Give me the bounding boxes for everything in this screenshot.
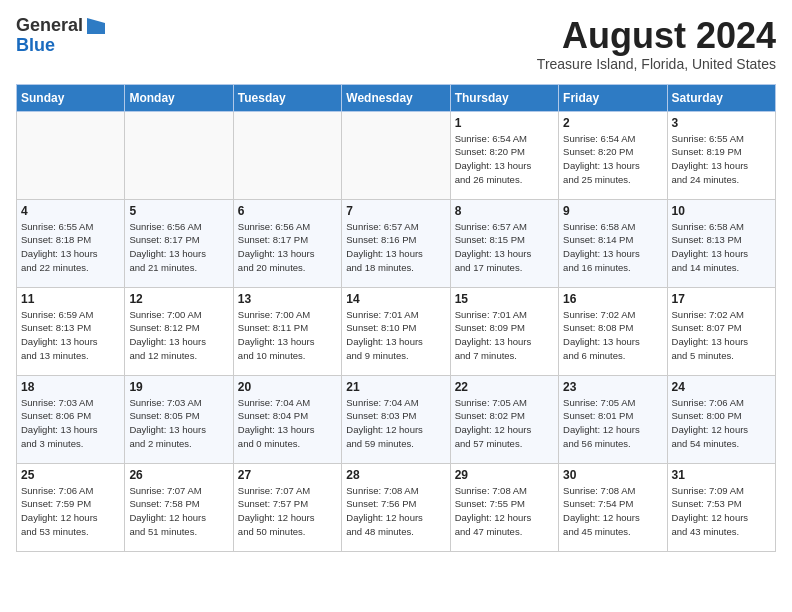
calendar-week-2: 4Sunrise: 6:55 AM Sunset: 8:18 PM Daylig… (17, 199, 776, 287)
calendar-cell: 23Sunrise: 7:05 AM Sunset: 8:01 PM Dayli… (559, 375, 667, 463)
day-info: Sunrise: 7:01 AM Sunset: 8:09 PM Dayligh… (455, 308, 554, 363)
calendar-week-5: 25Sunrise: 7:06 AM Sunset: 7:59 PM Dayli… (17, 463, 776, 551)
day-number: 22 (455, 380, 554, 394)
calendar-cell: 25Sunrise: 7:06 AM Sunset: 7:59 PM Dayli… (17, 463, 125, 551)
day-number: 24 (672, 380, 771, 394)
calendar: SundayMondayTuesdayWednesdayThursdayFrid… (16, 84, 776, 552)
calendar-cell: 9Sunrise: 6:58 AM Sunset: 8:14 PM Daylig… (559, 199, 667, 287)
calendar-cell: 27Sunrise: 7:07 AM Sunset: 7:57 PM Dayli… (233, 463, 341, 551)
logo-general: General (16, 15, 83, 35)
day-number: 26 (129, 468, 228, 482)
calendar-cell: 18Sunrise: 7:03 AM Sunset: 8:06 PM Dayli… (17, 375, 125, 463)
calendar-cell: 6Sunrise: 6:56 AM Sunset: 8:17 PM Daylig… (233, 199, 341, 287)
day-number: 7 (346, 204, 445, 218)
calendar-cell (125, 111, 233, 199)
day-number: 17 (672, 292, 771, 306)
logo: General Blue (16, 16, 105, 56)
calendar-cell: 7Sunrise: 6:57 AM Sunset: 8:16 PM Daylig… (342, 199, 450, 287)
header: General Blue August 2024 Treasure Island… (16, 16, 776, 72)
calendar-cell: 14Sunrise: 7:01 AM Sunset: 8:10 PM Dayli… (342, 287, 450, 375)
day-info: Sunrise: 7:08 AM Sunset: 7:54 PM Dayligh… (563, 484, 662, 539)
day-number: 15 (455, 292, 554, 306)
day-number: 16 (563, 292, 662, 306)
calendar-cell: 13Sunrise: 7:00 AM Sunset: 8:11 PM Dayli… (233, 287, 341, 375)
day-number: 2 (563, 116, 662, 130)
day-info: Sunrise: 6:55 AM Sunset: 8:19 PM Dayligh… (672, 132, 771, 187)
day-info: Sunrise: 6:57 AM Sunset: 8:15 PM Dayligh… (455, 220, 554, 275)
day-info: Sunrise: 7:06 AM Sunset: 8:00 PM Dayligh… (672, 396, 771, 451)
calendar-cell: 4Sunrise: 6:55 AM Sunset: 8:18 PM Daylig… (17, 199, 125, 287)
month-title: August 2024 (537, 16, 776, 56)
calendar-cell: 24Sunrise: 7:06 AM Sunset: 8:00 PM Dayli… (667, 375, 775, 463)
day-info: Sunrise: 6:56 AM Sunset: 8:17 PM Dayligh… (129, 220, 228, 275)
calendar-cell: 16Sunrise: 7:02 AM Sunset: 8:08 PM Dayli… (559, 287, 667, 375)
day-number: 25 (21, 468, 120, 482)
day-info: Sunrise: 7:03 AM Sunset: 8:06 PM Dayligh… (21, 396, 120, 451)
day-number: 19 (129, 380, 228, 394)
day-info: Sunrise: 7:05 AM Sunset: 8:01 PM Dayligh… (563, 396, 662, 451)
day-number: 1 (455, 116, 554, 130)
day-info: Sunrise: 7:08 AM Sunset: 7:55 PM Dayligh… (455, 484, 554, 539)
day-info: Sunrise: 7:02 AM Sunset: 8:08 PM Dayligh… (563, 308, 662, 363)
day-info: Sunrise: 6:54 AM Sunset: 8:20 PM Dayligh… (455, 132, 554, 187)
svg-marker-0 (87, 18, 105, 34)
location-subtitle: Treasure Island, Florida, United States (537, 56, 776, 72)
calendar-cell: 8Sunrise: 6:57 AM Sunset: 8:15 PM Daylig… (450, 199, 558, 287)
day-number: 9 (563, 204, 662, 218)
day-number: 29 (455, 468, 554, 482)
calendar-cell: 20Sunrise: 7:04 AM Sunset: 8:04 PM Dayli… (233, 375, 341, 463)
day-number: 4 (21, 204, 120, 218)
weekday-header-thursday: Thursday (450, 84, 558, 111)
day-info: Sunrise: 6:58 AM Sunset: 8:13 PM Dayligh… (672, 220, 771, 275)
calendar-cell (342, 111, 450, 199)
calendar-cell: 17Sunrise: 7:02 AM Sunset: 8:07 PM Dayli… (667, 287, 775, 375)
day-info: Sunrise: 6:55 AM Sunset: 8:18 PM Dayligh… (21, 220, 120, 275)
weekday-header-wednesday: Wednesday (342, 84, 450, 111)
day-number: 5 (129, 204, 228, 218)
day-number: 8 (455, 204, 554, 218)
day-info: Sunrise: 7:06 AM Sunset: 7:59 PM Dayligh… (21, 484, 120, 539)
calendar-cell: 19Sunrise: 7:03 AM Sunset: 8:05 PM Dayli… (125, 375, 233, 463)
day-info: Sunrise: 6:59 AM Sunset: 8:13 PM Dayligh… (21, 308, 120, 363)
calendar-cell: 28Sunrise: 7:08 AM Sunset: 7:56 PM Dayli… (342, 463, 450, 551)
calendar-cell: 22Sunrise: 7:05 AM Sunset: 8:02 PM Dayli… (450, 375, 558, 463)
weekday-header-tuesday: Tuesday (233, 84, 341, 111)
day-number: 10 (672, 204, 771, 218)
day-info: Sunrise: 7:01 AM Sunset: 8:10 PM Dayligh… (346, 308, 445, 363)
calendar-cell: 1Sunrise: 6:54 AM Sunset: 8:20 PM Daylig… (450, 111, 558, 199)
title-area: August 2024 Treasure Island, Florida, Un… (537, 16, 776, 72)
calendar-cell: 10Sunrise: 6:58 AM Sunset: 8:13 PM Dayli… (667, 199, 775, 287)
day-info: Sunrise: 6:56 AM Sunset: 8:17 PM Dayligh… (238, 220, 337, 275)
logo-icon (85, 18, 105, 34)
day-info: Sunrise: 7:00 AM Sunset: 8:11 PM Dayligh… (238, 308, 337, 363)
calendar-cell: 15Sunrise: 7:01 AM Sunset: 8:09 PM Dayli… (450, 287, 558, 375)
day-info: Sunrise: 7:03 AM Sunset: 8:05 PM Dayligh… (129, 396, 228, 451)
day-number: 13 (238, 292, 337, 306)
day-number: 23 (563, 380, 662, 394)
day-info: Sunrise: 7:02 AM Sunset: 8:07 PM Dayligh… (672, 308, 771, 363)
calendar-cell (233, 111, 341, 199)
day-info: Sunrise: 6:54 AM Sunset: 8:20 PM Dayligh… (563, 132, 662, 187)
calendar-cell: 29Sunrise: 7:08 AM Sunset: 7:55 PM Dayli… (450, 463, 558, 551)
day-number: 31 (672, 468, 771, 482)
calendar-week-3: 11Sunrise: 6:59 AM Sunset: 8:13 PM Dayli… (17, 287, 776, 375)
weekday-header-saturday: Saturday (667, 84, 775, 111)
day-info: Sunrise: 7:04 AM Sunset: 8:03 PM Dayligh… (346, 396, 445, 451)
day-info: Sunrise: 7:08 AM Sunset: 7:56 PM Dayligh… (346, 484, 445, 539)
calendar-cell: 31Sunrise: 7:09 AM Sunset: 7:53 PM Dayli… (667, 463, 775, 551)
logo-blue: Blue (16, 36, 55, 56)
day-number: 11 (21, 292, 120, 306)
calendar-cell: 26Sunrise: 7:07 AM Sunset: 7:58 PM Dayli… (125, 463, 233, 551)
calendar-cell: 11Sunrise: 6:59 AM Sunset: 8:13 PM Dayli… (17, 287, 125, 375)
calendar-cell: 21Sunrise: 7:04 AM Sunset: 8:03 PM Dayli… (342, 375, 450, 463)
weekday-header-friday: Friday (559, 84, 667, 111)
day-number: 6 (238, 204, 337, 218)
day-info: Sunrise: 6:58 AM Sunset: 8:14 PM Dayligh… (563, 220, 662, 275)
day-info: Sunrise: 7:00 AM Sunset: 8:12 PM Dayligh… (129, 308, 228, 363)
day-info: Sunrise: 7:05 AM Sunset: 8:02 PM Dayligh… (455, 396, 554, 451)
day-info: Sunrise: 7:07 AM Sunset: 7:58 PM Dayligh… (129, 484, 228, 539)
day-number: 27 (238, 468, 337, 482)
calendar-cell: 5Sunrise: 6:56 AM Sunset: 8:17 PM Daylig… (125, 199, 233, 287)
calendar-cell: 3Sunrise: 6:55 AM Sunset: 8:19 PM Daylig… (667, 111, 775, 199)
calendar-week-4: 18Sunrise: 7:03 AM Sunset: 8:06 PM Dayli… (17, 375, 776, 463)
